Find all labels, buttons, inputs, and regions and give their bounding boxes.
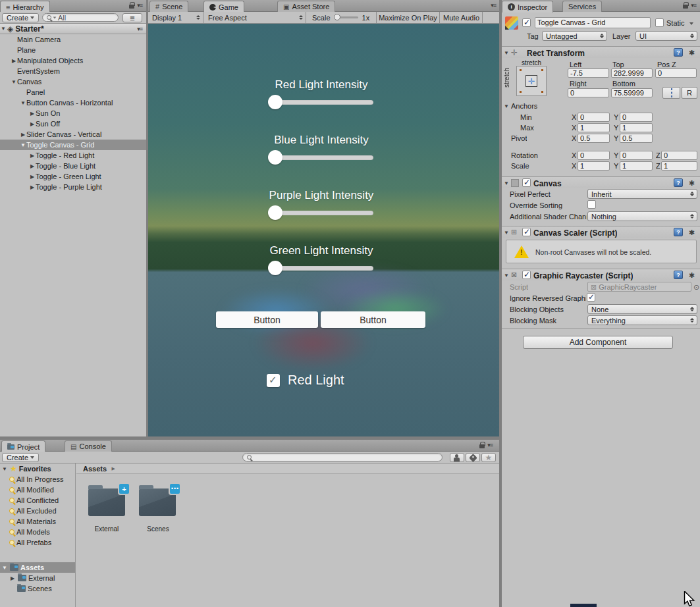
pivot-x-field[interactable]: 0.5	[578, 134, 610, 143]
favorite-all-in-progress[interactable]: All In Progress	[0, 474, 75, 485]
anchors-foldout-icon[interactable]	[503, 103, 510, 109]
blue-intensity-slider[interactable]	[271, 155, 373, 160]
tree-item-sun-off[interactable]: Sun Off	[0, 119, 146, 129]
favorite-all-materials[interactable]: All Materials	[0, 516, 75, 527]
posz-field[interactable]: 0	[655, 68, 697, 78]
panel-menu-icon[interactable]: ▾≡	[691, 2, 696, 9]
red-intensity-slider[interactable]	[271, 100, 373, 105]
favorites-filter-button[interactable]: ★	[481, 453, 496, 462]
game-button-left[interactable]: Button	[216, 311, 318, 328]
folder-scenes[interactable]: ⋯	[139, 488, 176, 516]
tree-item-panel[interactable]: Panel	[0, 87, 146, 97]
tree-item-scenes[interactable]: Scenes	[0, 583, 75, 594]
lock-icon[interactable]	[683, 5, 688, 9]
folder-external[interactable]: +	[88, 488, 125, 516]
gear-icon[interactable]: ✱	[689, 228, 695, 237]
override-sorting-checkbox[interactable]	[587, 200, 596, 209]
foldout-icon[interactable]	[503, 230, 510, 236]
tree-item-slider-canvas[interactable]: Slider Canvas - Vertical	[0, 129, 146, 140]
panel-menu-icon[interactable]: ▾≡	[487, 442, 493, 448]
static-checkbox[interactable]	[655, 18, 664, 27]
tree-item-plane[interactable]: Plane	[0, 45, 146, 55]
canvas-scaler-enabled-checkbox[interactable]	[522, 228, 531, 236]
ignore-reversed-checkbox[interactable]	[587, 293, 595, 302]
scale-slider-knob[interactable]	[334, 14, 340, 20]
help-icon[interactable]: ?	[674, 178, 683, 187]
gear-icon[interactable]: ✱	[689, 49, 695, 57]
help-icon[interactable]: ?	[674, 271, 683, 279]
blueprint-mode-button[interactable]	[662, 87, 680, 99]
foldout-icon[interactable]	[503, 273, 510, 278]
green-intensity-slider[interactable]	[271, 266, 373, 271]
hierarchy-search-input[interactable]: All	[42, 13, 119, 22]
lock-icon[interactable]	[479, 444, 485, 448]
max-x-field[interactable]: 1	[578, 123, 610, 132]
script-field[interactable]: ⊠ GraphicRaycaster	[587, 282, 691, 292]
rotation-z-field[interactable]: 0	[661, 151, 697, 160]
rect-transform-header[interactable]: ✛ Rect Transform ? ✱	[502, 46, 700, 58]
tree-item-button-canvas[interactable]: Button Canvas - Horizontal	[0, 97, 146, 108]
static-dropdown-caret-icon[interactable]	[689, 22, 693, 25]
blocking-objects-dropdown[interactable]: None	[587, 304, 697, 314]
green-intensity-slider-handle[interactable]	[268, 261, 283, 275]
layer-dropdown[interactable]: UI	[635, 31, 697, 41]
help-icon[interactable]: ?	[674, 48, 683, 57]
left-field[interactable]: -7.5	[568, 68, 609, 78]
red-intensity-slider-handle[interactable]	[268, 95, 283, 109]
favorite-all-modified[interactable]: All Modified	[0, 485, 75, 495]
tree-item-eventsystem[interactable]: EventSystem	[0, 66, 146, 76]
tab-hierarchy[interactable]: ≡ Hierarchy	[0, 1, 50, 13]
foldout-icon[interactable]	[503, 180, 510, 186]
maximize-on-play-button[interactable]: Maximize On Play	[377, 12, 440, 23]
red-light-toggle[interactable]	[267, 374, 280, 387]
graphic-raycaster-header[interactable]: ⊠ Graphic Raycaster (Script) ? ✱	[502, 269, 700, 280]
min-x-field[interactable]: 0	[578, 113, 610, 122]
scale-y-field[interactable]: 1	[620, 161, 653, 171]
folder-external-label[interactable]: External	[82, 525, 132, 533]
object-picker-icon[interactable]: ⊙	[693, 283, 699, 292]
aspect-dropdown[interactable]: Free Aspect	[204, 12, 306, 23]
tree-item-manipulated-objects[interactable]: Manipulated Objects	[0, 55, 146, 66]
panel-menu-icon[interactable]: ▾≡	[137, 2, 142, 9]
favorite-all-excluded[interactable]: All Excluded	[0, 506, 75, 516]
rotation-y-field[interactable]: 0	[620, 151, 653, 160]
assets-root-item[interactable]: Assets	[0, 562, 75, 573]
pixel-perfect-dropdown[interactable]: Inherit	[587, 189, 697, 199]
mute-audio-button[interactable]: Mute Audio	[441, 12, 483, 23]
tab-scene[interactable]: # Scene	[149, 1, 188, 12]
tree-item-toggle-canvas-grid[interactable]: Toggle Canvas - Grid	[0, 140, 146, 150]
tab-game[interactable]: Game	[203, 1, 244, 13]
add-component-button[interactable]: Add Component	[523, 336, 673, 349]
tree-item-canvas[interactable]: Canvas	[0, 76, 146, 87]
hierarchy-create-button[interactable]: Create	[2, 13, 39, 22]
scene-menu-icon[interactable]: ▾≡	[137, 26, 142, 32]
additional-shader-dropdown[interactable]: Nothing	[587, 211, 697, 221]
tab-console[interactable]: ▤ Console	[65, 440, 112, 452]
scale-z-field[interactable]: 1	[661, 161, 697, 171]
tree-item-main-camera[interactable]: Main Camera	[0, 34, 146, 45]
help-icon[interactable]: ?	[674, 228, 683, 236]
tab-asset-store[interactable]: ▣ Asset Store	[277, 1, 335, 12]
search-by-label-button[interactable]	[466, 453, 480, 462]
gameobject-name-field[interactable]: Toggle Canvas - Grid	[535, 17, 651, 28]
tree-item-toggle-green[interactable]: Toggle - Green Light	[0, 171, 146, 182]
top-field[interactable]: 282.9999	[611, 68, 653, 78]
favorite-all-conflicted[interactable]: All Conflicted	[0, 495, 75, 506]
project-search-input[interactable]	[242, 453, 443, 462]
raw-edit-mode-button[interactable]: R	[682, 87, 697, 99]
gear-icon[interactable]: ✱	[689, 179, 695, 188]
bottom-field[interactable]: 75.59999	[611, 88, 653, 97]
tree-item-sun-on[interactable]: Sun On	[0, 108, 146, 119]
blocking-mask-dropdown[interactable]: Everything	[587, 315, 697, 325]
panel-menu-icon[interactable]: ▾≡	[491, 2, 496, 9]
breadcrumb[interactable]: Assets	[76, 463, 499, 474]
foldout-icon[interactable]	[503, 50, 510, 56]
anchor-preset-widget[interactable]: ✛	[516, 66, 547, 96]
scene-foldout-icon[interactable]	[0, 26, 7, 32]
raycaster-enabled-checkbox[interactable]	[522, 271, 531, 279]
scale-slider[interactable]	[335, 16, 358, 18]
min-y-field[interactable]: 0	[620, 113, 653, 122]
folder-scenes-label[interactable]: Scenes	[133, 525, 183, 533]
scale-x-field[interactable]: 1	[578, 161, 610, 171]
canvas-enabled-checkbox[interactable]	[522, 178, 531, 187]
